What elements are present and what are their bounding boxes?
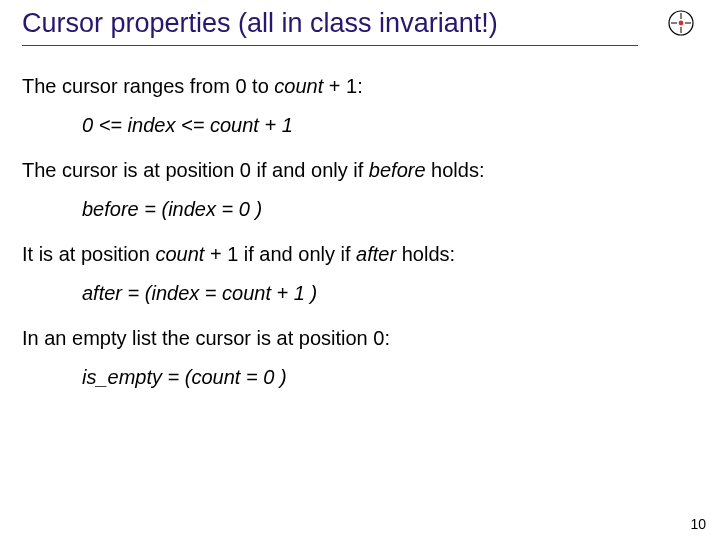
keyword-index: index	[168, 198, 216, 220]
keyword-count: count	[210, 114, 259, 136]
text: = 0 )	[240, 366, 286, 388]
keyword-is-empty: is_empty	[82, 366, 162, 388]
paragraph-4: In an empty list the cursor is at positi…	[22, 326, 698, 351]
keyword-index: index	[128, 114, 176, 136]
text: + 1:	[323, 75, 362, 97]
keyword-count: count	[222, 282, 271, 304]
text: holds:	[396, 243, 455, 265]
expression-4: is_empty = (count = 0 )	[82, 365, 698, 390]
text: + 1 )	[271, 282, 317, 304]
keyword-count: count	[155, 243, 204, 265]
text: = (	[162, 366, 191, 388]
text: 0 <=	[82, 114, 128, 136]
title-underline	[22, 45, 638, 46]
text: =	[199, 282, 222, 304]
keyword-before: before	[369, 159, 426, 181]
paragraph-1: The cursor ranges from 0 to count + 1:	[22, 74, 698, 99]
keyword-before: before	[82, 198, 139, 220]
keyword-index: index	[151, 282, 199, 304]
expression-2: before = (index = 0 )	[82, 197, 698, 222]
text: The cursor ranges from 0 to	[22, 75, 274, 97]
expression-3: after = (index = count + 1 )	[82, 281, 698, 306]
paragraph-3: It is at position count + 1 if and only …	[22, 242, 698, 267]
slide-title: Cursor properties (all in class invarian…	[22, 8, 498, 43]
svg-point-1	[679, 21, 684, 26]
slide: Cursor properties (all in class invarian…	[0, 0, 720, 540]
text: + 1	[259, 114, 293, 136]
text: The cursor is at position 0 if and only …	[22, 159, 369, 181]
keyword-after: after	[356, 243, 396, 265]
chair-logo-icon	[668, 10, 694, 36]
text: <=	[175, 114, 209, 136]
page-number: 10	[690, 516, 706, 532]
keyword-after: after	[82, 282, 122, 304]
slide-body: The cursor ranges from 0 to count + 1: 0…	[22, 74, 698, 390]
keyword-count: count	[274, 75, 323, 97]
text: + 1 if and only if	[204, 243, 356, 265]
expression-1: 0 <= index <= count + 1	[82, 113, 698, 138]
keyword-count: count	[191, 366, 240, 388]
text: = 0 )	[216, 198, 262, 220]
text: holds:	[426, 159, 485, 181]
title-row: Cursor properties (all in class invarian…	[22, 8, 698, 43]
text: It is at position	[22, 243, 155, 265]
text: = (	[122, 282, 151, 304]
text: = (	[139, 198, 168, 220]
paragraph-2: The cursor is at position 0 if and only …	[22, 158, 698, 183]
